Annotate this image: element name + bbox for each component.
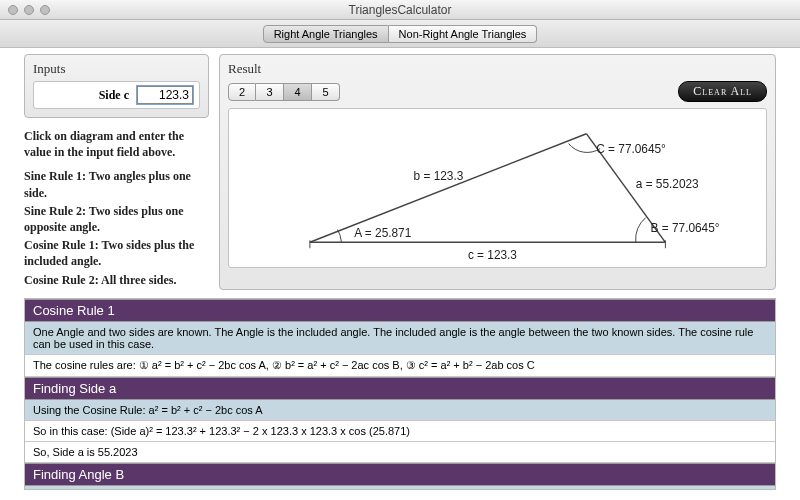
zoom-icon[interactable] [40,5,50,15]
decimal-places-segment: 2 3 4 5 [228,83,340,101]
result-panel: Result 2 3 4 5 Clear All [219,54,776,290]
tab-bar: Right Angle Triangles Non-Right Angle Tr… [0,20,800,48]
app-window: TrianglesCalculator Right Angle Triangle… [0,0,800,500]
side-c-input[interactable] [137,86,193,104]
titlebar: TrianglesCalculator [0,0,800,20]
label-a: a = 55.2023 [636,177,699,191]
top-row: Inputs Side c Click on diagram and enter… [24,54,776,290]
label-B: B = 77.0645° [651,221,720,235]
row-explain: One Angle and two sides are known. The A… [25,322,775,355]
cosine-rule-2: Cosine Rule 2: All three sides. [24,272,209,288]
section-angle-b: Finding Angle B [25,463,775,486]
clear-all-button[interactable]: Clear All [678,81,767,102]
window-title: TrianglesCalculator [0,3,800,17]
tab-non-right-angle[interactable]: Non-Right Angle Triangles [389,25,538,43]
cosine-rule-1: Cosine Rule 1: Two sides plus the includ… [24,237,209,269]
input-label: Side c [99,88,129,103]
sine-rule-2: Sine Rule 2: Two sides plus one opposite… [24,203,209,235]
input-row: Side c [33,81,200,109]
result-title: Result [228,61,767,77]
row-formulas: The cosine rules are: ① a² = b² + c² − 2… [25,355,775,377]
triangle-diagram[interactable]: A = 25.871 B = 77.0645° C = 77.0645° a =… [228,108,767,268]
output-scroll[interactable]: Cosine Rule 1 One Angle and two sides ar… [24,298,776,490]
dp-5[interactable]: 5 [312,83,340,101]
instructions-intro: Click on diagram and enter the value in … [24,128,209,160]
content-area: Inputs Side c Click on diagram and enter… [0,48,800,500]
inputs-panel: Inputs Side c [24,54,209,118]
label-C: C = 77.0645° [596,142,666,156]
dp-4[interactable]: 4 [284,83,312,101]
dp-2[interactable]: 2 [228,83,256,101]
tab-right-angle[interactable]: Right Angle Triangles [263,25,389,43]
section-cosine-rule-1: Cosine Rule 1 [25,299,775,322]
svg-line-1 [310,134,587,243]
dp-3[interactable]: 3 [256,83,284,101]
row-side-a-sub: So in this case: (Side a)² = 123.3² + 12… [25,421,775,442]
minimize-icon[interactable] [24,5,34,15]
label-b: b = 123.3 [414,169,464,183]
section-side-a: Finding Side a [25,377,775,400]
result-toolbar: 2 3 4 5 Clear All [228,81,767,102]
label-c: c = 123.3 [468,248,517,262]
row-side-a-rule: Using the Cosine Rule: a² = b² + c² − 2b… [25,400,775,421]
window-controls [0,5,50,15]
sine-rule-1: Sine Rule 1: Two angles plus one side. [24,168,209,200]
instructions: Click on diagram and enter the value in … [24,128,209,290]
close-icon[interactable] [8,5,18,15]
inputs-title: Inputs [33,61,200,77]
label-A: A = 25.871 [354,226,411,240]
triangle-svg: A = 25.871 B = 77.0645° C = 77.0645° a =… [229,109,766,267]
row-angle-b-rule: Using the rearranged Cosine Rule: Cos B … [25,486,775,490]
row-side-a-ans: So, Side a is 55.2023 [25,442,775,463]
